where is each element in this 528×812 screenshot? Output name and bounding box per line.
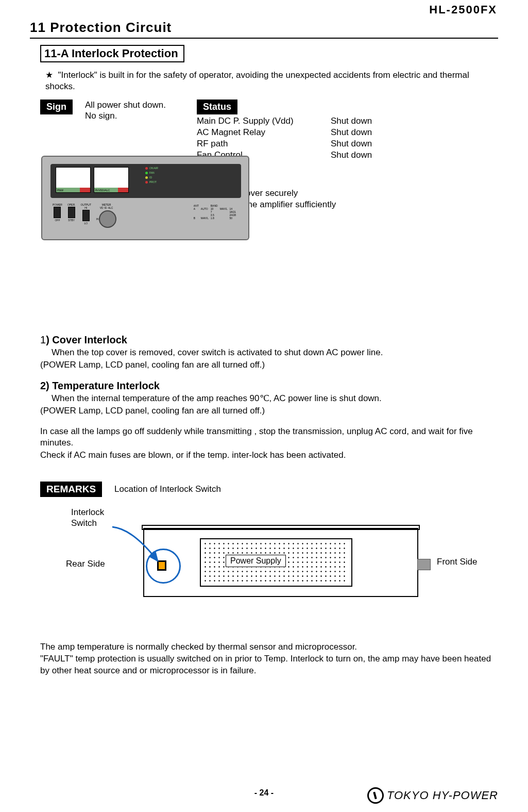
rear-side-label: Rear Side — [66, 559, 105, 569]
front-knob-icon — [417, 559, 431, 570]
meter-knob: METER VDIDALC Pr — [96, 203, 116, 229]
led-fan: FAN — [149, 171, 155, 174]
remarks-tag: REMARKS — [40, 482, 102, 497]
brand-text: TOKYO HY-POWER — [387, 789, 498, 802]
status-row-label: RF path — [197, 138, 331, 150]
front-side-label: Front Side — [437, 557, 477, 567]
led-id: ID — [149, 176, 152, 179]
temp-body3: In case all the lamps go off suddenly wh… — [40, 426, 498, 449]
cover-head-text: ) Cover Interlock — [46, 334, 127, 345]
status-tag: Status — [197, 100, 237, 114]
star-icon: ★ — [45, 70, 53, 80]
cover-head-num: 1 — [40, 334, 46, 345]
cover-body2: (POWER Lamp, LCD panel, cooling fan are … — [40, 359, 498, 371]
band-controls: ANTBAND AAUTO10MAN'L14 718/21 3.524/28 B… — [193, 204, 237, 220]
intro-body: "Interlock" is built in for the safety o… — [45, 70, 469, 91]
status-row-label: AC Magnet Relay — [197, 127, 331, 138]
chapter-title: 11 Protection Circuit — [30, 20, 498, 36]
model-header: HL-2500FX — [429, 3, 497, 16]
section-11a-title: 11-A Interlock Protection — [40, 45, 184, 62]
arrow-icon — [102, 524, 174, 575]
meter-pf-label: PfkW — [57, 189, 63, 192]
oper-switch: OPER.STBY — [67, 203, 76, 229]
brand-footer: TOKYO HY-POWER — [367, 787, 498, 804]
status-row-value: Shut down — [331, 115, 372, 127]
sign-text: All power shut down. No sign. — [85, 100, 166, 122]
temp-body1: When the internal temperature of the amp… — [52, 393, 498, 404]
led-stack: ON AIR FAN ID PROT — [145, 166, 158, 185]
temp-body4: Check if AC main fuses are blown, or if … — [40, 450, 498, 461]
power-supply-label: Power Supply — [226, 555, 286, 567]
sign-tag: Sign — [40, 100, 73, 114]
power-switch: POWEROFF — [53, 203, 62, 229]
temp-body2: (POWER Lamp, LCD panel, cooling fan are … — [40, 405, 498, 417]
status-row-value: Shut down — [331, 127, 372, 138]
led-onair: ON AIR — [149, 167, 158, 170]
meter-pr-label: Pr/VDD/ALC — [95, 189, 110, 192]
cover-interlock-head: 1) Cover Interlock — [40, 334, 498, 346]
temp-interlock-head: 2) Temperature Interlock — [40, 380, 498, 392]
status-row-value: Shut down — [331, 150, 372, 161]
bottom-paragraph: The amp temperature is normally checked … — [40, 641, 498, 677]
remarks-caption: Location of Interlock Switch — [114, 484, 221, 494]
sign-line2: No sign. — [85, 110, 166, 121]
output-switch: OUTPUTHILO — [80, 203, 91, 229]
bottom-line2: "FAULT" temp protection is usually switc… — [40, 653, 498, 677]
brand-logo-icon — [367, 787, 384, 804]
rule — [30, 38, 498, 39]
status-table: Main DC P. Supply (Vdd)Shut down AC Magn… — [197, 115, 372, 161]
cover-body1: When the top cover is removed, cover swi… — [52, 347, 498, 358]
intro-text: ★ "Interlock" is built in for the safety… — [45, 70, 498, 92]
chapter-number: 11 — [30, 20, 46, 35]
bottom-line1: The amp temperature is normally checked … — [40, 641, 498, 653]
status-row-value: Shut down — [331, 138, 372, 150]
status-row-label: Main DC P. Supply (Vdd) — [197, 115, 331, 127]
front-panel-illustration: PfkW Pr/VDD/ALC ON AIR FAN ID PROT POWER… — [41, 156, 247, 243]
sign-line1: All power shut down. — [85, 100, 166, 110]
interlock-diagram: InterlockSwitch Rear Side Front Side Pow… — [40, 507, 498, 626]
chapter-name: Protection Circuit — [46, 20, 172, 35]
interlock-switch-label: InterlockSwitch — [71, 507, 104, 528]
led-prot: PROT — [149, 180, 157, 184]
